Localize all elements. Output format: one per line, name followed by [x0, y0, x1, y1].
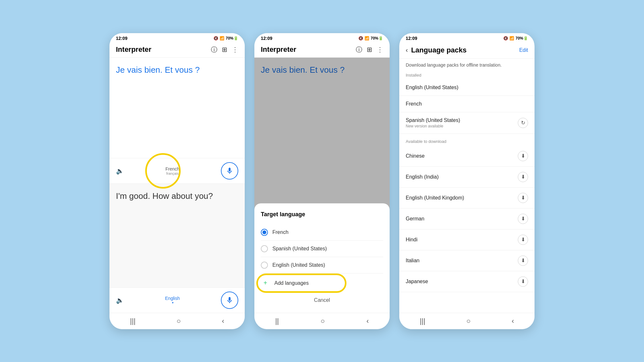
mic-button-top-1[interactable] — [221, 162, 238, 180]
nav-back-1[interactable]: ‹ — [222, 317, 224, 325]
download-button-japanese[interactable]: ⬇ — [518, 276, 528, 287]
radio-spanish — [261, 245, 268, 252]
battery-icon-3: 70%🔋 — [516, 36, 528, 41]
plus-icon: + — [261, 279, 270, 288]
add-languages-row[interactable]: + Add languages — [261, 274, 383, 293]
lp-chinese[interactable]: Chinese ⬇ — [399, 146, 535, 167]
modal-sheet: Target language French Spanish (United S… — [254, 203, 390, 313]
lp-item-name-german: German — [406, 216, 518, 222]
grid-icon-1[interactable]: ⊞ — [222, 46, 227, 53]
nav-back-2[interactable]: ‹ — [366, 317, 369, 325]
english-us-option-label: English (United States) — [272, 262, 325, 268]
bottom-nav-2: || ○ ‹ — [254, 313, 390, 329]
mute-icon-2: 🔇 — [358, 36, 363, 41]
lp-french[interactable]: French — [399, 96, 535, 112]
lp-english-uk[interactable]: English (United Kingdom) ⬇ — [399, 188, 535, 209]
cancel-label: Cancel — [314, 297, 330, 303]
info-icon-1[interactable]: ⓘ — [211, 45, 217, 54]
lp-item-name-japanese: Japanese — [406, 279, 518, 284]
header-icons-1: ⓘ ⊞ ⋮ — [211, 45, 238, 54]
modal-overlay: Target language French Spanish (United S… — [254, 58, 390, 313]
nav-home-3[interactable]: ○ — [466, 317, 470, 325]
french-option-label: French — [272, 229, 289, 235]
battery-icon: 70%🔋 — [226, 36, 238, 41]
radio-english-us — [261, 262, 268, 269]
more-icon-1[interactable]: ⋮ — [232, 46, 238, 53]
phone2-content: Je vais bien. Et vous ? 🔈 French françai… — [254, 58, 390, 313]
lp-hindi[interactable]: Hindi ⬇ — [399, 229, 535, 250]
nav-back-3[interactable]: ‹ — [512, 317, 514, 325]
lp-item-info: English (United States) — [406, 85, 459, 90]
modal-title: Target language — [261, 211, 383, 218]
grid-icon-2[interactable]: ⊞ — [367, 46, 372, 53]
download-button-chinese[interactable]: ⬇ — [518, 151, 528, 161]
nav-home-1[interactable]: ○ — [176, 317, 181, 325]
lp-item-name-hindi: Hindi — [406, 237, 518, 243]
header-icons-2: ⓘ ⊞ ⋮ — [356, 45, 383, 54]
download-button-italian[interactable]: ⬇ — [518, 255, 528, 266]
speaker-icon-top-1[interactable]: 🔈 — [116, 167, 124, 175]
nav-menu-1[interactable]: ||| — [130, 317, 136, 325]
download-button-german[interactable]: ⬇ — [518, 214, 528, 224]
status-icons-1: 🔇 📶 70%🔋 — [213, 36, 238, 41]
option-french[interactable]: French — [261, 224, 383, 241]
english-text-1: I'm good. How about you? — [116, 191, 213, 201]
dropdown-arrow-1: ▾ — [172, 301, 174, 304]
refresh-button-spanish[interactable]: ↻ — [518, 118, 528, 128]
more-icon-2[interactable]: ⋮ — [377, 46, 383, 53]
mute-icon-3: 🔇 — [503, 36, 508, 41]
lp-header: ‹ Language packs Edit — [399, 42, 535, 59]
lp-german[interactable]: German ⬇ — [399, 209, 535, 229]
nav-menu-3[interactable]: ||| — [420, 317, 425, 325]
lp-item-name-english-us: English (United States) — [406, 85, 459, 90]
radio-french — [261, 229, 268, 236]
lp-spanish-us[interactable]: Spanish (United States) New version avai… — [399, 112, 535, 134]
lp-english-india[interactable]: English (India) ⬇ — [399, 167, 535, 188]
lp-item-name-italian: Italian — [406, 258, 518, 264]
status-bar-2: 12:09 🔇 📶 70%🔋 — [254, 33, 390, 42]
translation-top-1: Je vais bien. Et vous ? — [109, 58, 245, 158]
mute-icon: 🔇 — [213, 36, 218, 41]
info-icon-2[interactable]: ⓘ — [356, 45, 362, 54]
option-spanish[interactable]: Spanish (United States) — [261, 241, 383, 257]
lp-italian[interactable]: Italian ⬇ — [399, 250, 535, 271]
lang-btn-top-1[interactable]: French français — [166, 166, 180, 175]
phone-3: 12:09 🔇 📶 70%🔋 ‹ Language packs Edit Dow… — [399, 33, 535, 329]
app-title-2: Interpreter — [261, 45, 296, 54]
download-button-english-india[interactable]: ⬇ — [518, 172, 528, 182]
french-text-1: Je vais bien. Et vous ? — [116, 65, 200, 75]
lp-english-us[interactable]: English (United States) — [399, 79, 535, 96]
mic-button-bottom-1[interactable] — [221, 292, 238, 309]
cancel-row[interactable]: Cancel — [261, 293, 383, 304]
lp-item-name-french: French — [406, 101, 422, 107]
bottom-nav-1: ||| ○ ‹ — [109, 313, 245, 329]
mic-row-top-1: 🔈 French français — [109, 158, 245, 183]
lp-subtitle: Download language packs for offline tran… — [399, 59, 535, 68]
app-title-1: Interpreter — [116, 45, 151, 54]
status-icons-2: 🔇 📶 70%🔋 — [358, 36, 383, 41]
download-button-english-uk[interactable]: ⬇ — [518, 193, 528, 203]
nav-menu-2[interactable]: || — [275, 317, 279, 325]
status-bar-1: 12:09 🔇 📶 70%🔋 — [109, 33, 245, 42]
translation-bottom-1: I'm good. How about you? — [109, 183, 245, 287]
time-3: 12:09 — [406, 36, 417, 41]
lang-btn-bottom-1[interactable]: English ▾ — [165, 296, 180, 304]
signal-icon: 📶 — [220, 36, 224, 41]
time-2: 12:09 — [261, 36, 272, 41]
spanish-option-label: Spanish (United States) — [272, 246, 327, 252]
back-button[interactable]: ‹ — [406, 46, 408, 54]
radio-inner-french — [262, 230, 266, 234]
edit-button[interactable]: Edit — [519, 47, 528, 53]
lp-item-name-english-uk: English (United Kingdom) — [406, 195, 518, 201]
lp-japanese[interactable]: Japanese ⬇ — [399, 271, 535, 292]
signal-icon-3: 📶 — [509, 36, 514, 41]
lp-item-info-french: French — [406, 101, 422, 107]
speaker-icon-bottom-1[interactable]: 🔈 — [116, 296, 124, 304]
option-english-us[interactable]: English (United States) — [261, 257, 383, 274]
app-header-2: Interpreter ⓘ ⊞ ⋮ — [254, 42, 390, 58]
add-lang-label: Add languages — [274, 280, 309, 286]
nav-home-2[interactable]: ○ — [320, 317, 325, 325]
download-button-hindi[interactable]: ⬇ — [518, 235, 528, 245]
lp-item-name-chinese: Chinese — [406, 153, 518, 159]
phone-1: 12:09 🔇 📶 70%🔋 Interpreter ⓘ ⊞ ⋮ Je vais… — [109, 33, 245, 329]
